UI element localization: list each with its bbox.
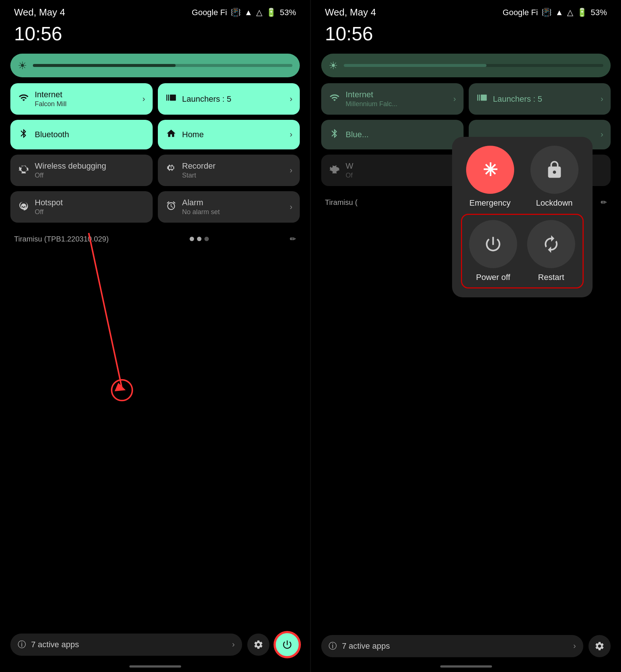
tile-launchers-left[interactable]: Launchers : 5 › xyxy=(158,83,300,115)
tile-launchers-arrow-left: › xyxy=(290,94,292,104)
tile-internet-arrow-left: › xyxy=(142,94,145,104)
status-bar-left: Wed, May 4 Google Fi 📳 ▲ △ 🔋 53% xyxy=(10,0,300,21)
settings-button-left[interactable] xyxy=(247,634,269,656)
active-apps-pill-right[interactable]: ⓘ 7 active apps › xyxy=(321,635,583,657)
power-button-left[interactable] xyxy=(275,632,300,657)
info-icon-right: ⓘ xyxy=(329,641,337,652)
dot-3 xyxy=(204,237,209,241)
tile-internet-sub-left: Falcon Mill xyxy=(35,100,137,108)
tile-internet-right[interactable]: Internet Millennium Falc... › xyxy=(321,83,464,115)
emergency-circle[interactable]: ✳ xyxy=(466,146,514,194)
left-panel: Wed, May 4 Google Fi 📳 ▲ △ 🔋 53% 10:56 ☀… xyxy=(0,0,310,672)
dot-1 xyxy=(190,237,194,241)
tile-home-content-left: Home xyxy=(182,130,285,139)
tile-recorder-left[interactable]: Recorder Start › xyxy=(158,155,300,186)
tile-internet-left[interactable]: Internet Falcon Mill › xyxy=(10,83,153,115)
svg-line-0 xyxy=(89,233,122,388)
tile-bluetooth-label-left: Bluetooth xyxy=(35,130,145,139)
tile-alarm-left[interactable]: Alarm No alarm set › xyxy=(158,191,300,223)
tile-grid-left: Internet Falcon Mill › Launchers : 5 › B… xyxy=(10,83,300,223)
restart-button[interactable]: Restart xyxy=(525,220,577,282)
build-text-right: Tiramisu ( xyxy=(325,198,357,207)
tile-internet-label-left: Internet xyxy=(35,90,137,99)
tile-hotspot-left[interactable]: Hotspot Off xyxy=(10,191,153,223)
lockdown-circle[interactable] xyxy=(530,146,578,194)
tile-bluetooth-right[interactable]: Blue... xyxy=(321,120,464,149)
tile-recorder-sub-left: Start xyxy=(182,172,285,179)
active-apps-text-left: 7 active apps xyxy=(31,640,227,649)
alarm-tile-icon xyxy=(165,200,177,213)
status-right-left: Google Fi 📳 ▲ △ 🔋 53% xyxy=(192,8,296,17)
settings-button-right[interactable] xyxy=(588,635,611,657)
vibrate-icon: 📳 xyxy=(231,8,241,17)
time-right: 10:56 xyxy=(321,21,611,48)
nav-indicator-left xyxy=(129,665,181,668)
tile-launchers-right[interactable]: Launchers : 5 › xyxy=(469,83,611,115)
tile-wdebug-right[interactable]: W Of xyxy=(321,155,464,186)
build-text-left: Tiramisu (TPB1.220310.029) xyxy=(14,235,109,243)
tile-home-label-left: Home xyxy=(182,130,285,139)
emergency-button[interactable]: ✳ Emergency xyxy=(461,146,519,208)
tile-home-left[interactable]: Home › xyxy=(158,120,300,149)
tile-wdebug-sub-right: Of xyxy=(346,172,456,179)
restart-circle[interactable] xyxy=(527,220,575,268)
bottom-bar-left: ⓘ 7 active apps › xyxy=(10,632,300,657)
active-apps-arrow-right: › xyxy=(573,641,576,651)
brightness-track-right[interactable] xyxy=(344,64,603,67)
battery-icon: 🔋 xyxy=(266,8,276,17)
bluetooth-tile-icon xyxy=(18,128,30,141)
tile-bluetooth-left[interactable]: Bluetooth xyxy=(10,120,153,149)
info-icon-left: ⓘ xyxy=(18,639,26,650)
tile-alarm-content-left: Alarm No alarm set xyxy=(182,198,285,216)
bluetooth-tile-icon-right xyxy=(329,128,340,141)
nav-indicator-right xyxy=(440,665,492,668)
brightness-row-left[interactable]: ☀ xyxy=(10,54,300,77)
right-panel: Wed, May 4 Google Fi 📳 ▲ △ 🔋 53% 10:56 ☀… xyxy=(311,0,621,672)
power-bottom-section: Power off Restart xyxy=(461,214,584,288)
pencil-icon-right[interactable]: ✏ xyxy=(601,198,607,207)
tile-wdebug-left[interactable]: Wireless debugging Off xyxy=(10,155,153,186)
tile-launchers-arrow-right: › xyxy=(601,94,603,104)
wifi-icon-right: ▲ xyxy=(555,8,563,17)
tile-launchers-label-left: Launchers : 5 xyxy=(182,94,285,104)
active-apps-text-right: 7 active apps xyxy=(342,641,568,651)
battery-pct-right: 53% xyxy=(591,8,607,17)
poweroff-circle[interactable] xyxy=(469,220,517,268)
wdebug-icon-right xyxy=(329,164,340,177)
tile-internet-sub-right: Millennium Falc... xyxy=(346,100,448,108)
tile-bluetooth-content-left: Bluetooth xyxy=(35,130,145,139)
tile-hotspot-content-left: Hotspot Off xyxy=(35,198,145,216)
vibrate-icon-right: 📳 xyxy=(542,8,552,17)
brightness-fill-left xyxy=(33,64,176,67)
carrier-left: Google Fi xyxy=(192,8,227,17)
active-apps-pill-left[interactable]: ⓘ 7 active apps › xyxy=(10,634,242,656)
tile-home-arrow-left: › xyxy=(290,130,292,139)
restart-label: Restart xyxy=(538,273,564,282)
emergency-icon: ✳ xyxy=(483,159,498,180)
carrier-right: Google Fi xyxy=(503,8,538,17)
pencil-icon-left[interactable]: ✏ xyxy=(290,234,296,243)
tile-wdebug-label-right: W xyxy=(346,161,456,171)
tile-wdebug-sub-left: Off xyxy=(35,172,145,179)
tile-hotspot-label-left: Hotspot xyxy=(35,198,145,207)
date-right: Wed, May 4 xyxy=(325,7,376,18)
brightness-track-left[interactable] xyxy=(33,64,292,67)
lockdown-button[interactable]: Lockdown xyxy=(525,146,584,208)
battery-icon-right: 🔋 xyxy=(577,8,587,17)
build-info-left: Tiramisu (TPB1.220310.029) ✏ xyxy=(10,229,300,249)
active-apps-arrow-left: › xyxy=(232,640,235,649)
tile-alarm-sub-left: No alarm set xyxy=(182,208,285,216)
date-left: Wed, May 4 xyxy=(14,7,65,18)
tile-internet-arrow-right: › xyxy=(453,94,456,104)
signal-icon-right: △ xyxy=(567,8,573,17)
emergency-label: Emergency xyxy=(469,198,510,208)
status-bar-right: Wed, May 4 Google Fi 📳 ▲ △ 🔋 53% xyxy=(321,0,611,21)
home-tile-icon xyxy=(165,128,177,141)
brightness-icon-right: ☀ xyxy=(329,60,338,72)
tile-internet-content-left: Internet Falcon Mill xyxy=(35,90,137,108)
brightness-row-right[interactable]: ☀ xyxy=(321,54,611,77)
wifi-icon: ▲ xyxy=(244,8,252,17)
poweroff-button[interactable]: Power off xyxy=(467,220,519,282)
wifi-tile-icon xyxy=(18,92,30,105)
tile-hotspot-sub-left: Off xyxy=(35,208,145,216)
